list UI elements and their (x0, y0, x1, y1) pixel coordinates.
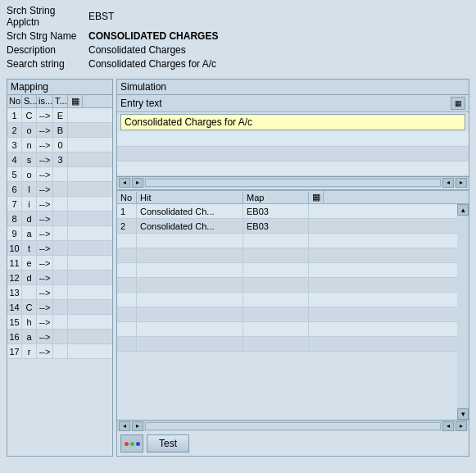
results-scroll-track[interactable] (457, 216, 469, 408)
results-col-icon[interactable]: ▦ (309, 191, 324, 203)
mapping-cell-no: 15 (7, 315, 22, 329)
mapping-row[interactable]: 16 a --> (7, 330, 112, 344)
results-scroll-right[interactable]: ▸ (132, 421, 143, 431)
results-vert-scrollbar[interactable]: ▴ ▾ (457, 204, 469, 420)
sim-grid-icon[interactable]: ▦ (451, 97, 465, 110)
sim-entry-scroll-left2[interactable]: ◂ (442, 178, 454, 188)
sim-entry-horiz-scroll: ◂ ▸ ◂ ▸ (117, 176, 469, 188)
mapping-cell-t: 3 (53, 152, 68, 166)
mapping-cell-is: --> (37, 241, 53, 255)
mapping-cell-is: --> (37, 300, 53, 314)
main-area: Mapping No S... is... T... ▦ 1 C --> E 2… (0, 75, 476, 460)
mapping-row[interactable]: 4 s --> 3 (7, 152, 112, 167)
results-scroll-up[interactable]: ▴ (457, 204, 469, 216)
mapping-cell-is: --> (37, 182, 53, 196)
mapping-cell-s: a (22, 330, 37, 343)
mapping-row[interactable]: 12 d --> (7, 271, 112, 285)
results-container: 1 Consolidated Ch... EB03 2 Consolidated… (117, 204, 469, 431)
results-scroll-track-h[interactable] (145, 422, 441, 430)
results-row[interactable] (117, 307, 469, 322)
results-cell-hit: Consolidated Ch... (137, 204, 243, 218)
results-row[interactable] (117, 278, 469, 293)
mapping-table: No S... is... T... ▦ 1 C --> E 2 o --> B… (7, 95, 112, 456)
results-cell-hit (137, 248, 243, 262)
results-cell-no (117, 307, 137, 321)
mapping-row[interactable]: 14 C --> (7, 300, 112, 315)
sim-entry-rows (117, 132, 469, 176)
results-row[interactable]: 1 Consolidated Ch... EB03 (117, 204, 469, 219)
mapping-row[interactable]: 10 t --> (7, 241, 112, 256)
mapping-cell-s: s (22, 152, 37, 166)
mapping-row[interactable]: 8 d --> (7, 211, 112, 226)
mapping-cell-s: a (22, 226, 37, 240)
mapping-row[interactable]: 3 n --> 0 (7, 138, 112, 152)
results-cell-no: 1 (117, 204, 137, 218)
results-cell-hit (137, 322, 243, 336)
results-cell-map (243, 278, 309, 292)
mapping-row[interactable]: 11 e --> (7, 256, 112, 271)
results-cell-no (117, 248, 137, 262)
mapping-header: No S... is... T... ▦ (7, 95, 112, 108)
simulation-panel: Simulation Entry text ▦ ◂ ▸ ◂ ▸ (116, 79, 469, 457)
mapping-row[interactable]: 17 r --> (7, 344, 112, 359)
results-cell-no (117, 337, 137, 351)
results-row[interactable] (117, 263, 469, 278)
mapping-row[interactable]: 13 --> (7, 285, 112, 300)
mapping-cell-is: --> (37, 315, 53, 329)
results-row[interactable] (117, 322, 469, 337)
mapping-title: Mapping (7, 80, 112, 95)
mapping-cell-is: --> (37, 197, 53, 211)
mapping-cell-no: 2 (7, 123, 22, 137)
mapping-col-icon[interactable]: ▦ (68, 95, 83, 107)
results-cell-map (243, 307, 309, 321)
mapping-rows: 1 C --> E 2 o --> B 3 n --> 0 4 s --> 3 … (7, 108, 112, 453)
field-row-applctn: Srch String Applctn EBST (7, 5, 469, 28)
mapping-row[interactable]: 15 h --> (7, 315, 112, 330)
mapping-cell-t (53, 315, 68, 329)
mapping-cell-t: E (53, 108, 68, 122)
results-col-hit: Hit (137, 192, 243, 203)
mapping-row[interactable]: 9 a --> (7, 226, 112, 241)
mapping-cell-is: --> (37, 256, 53, 270)
results-cell-hit: Consolidated Ch... (137, 219, 243, 233)
mapping-row[interactable]: 1 C --> E (7, 108, 112, 123)
mapping-cell-t (53, 330, 68, 343)
mapping-row[interactable]: 6 l --> (7, 182, 112, 197)
mapping-cell-no: 4 (7, 152, 22, 166)
sim-entry-scroll-left[interactable]: ◂ (119, 178, 130, 188)
results-scroll-right2[interactable]: ▸ (456, 421, 467, 431)
results-row[interactable] (117, 337, 469, 352)
mapping-col-t: T... (53, 95, 68, 107)
sim-entry-scroll-track[interactable] (145, 179, 441, 187)
sim-entry-scroll-right[interactable]: ▸ (132, 178, 143, 188)
results-cell-hit (137, 263, 243, 277)
results-cell-map: EB03 (243, 204, 309, 218)
mapping-cell-is: --> (37, 167, 53, 181)
results-cell-hit (137, 293, 243, 307)
sim-entry-input[interactable] (120, 114, 465, 130)
results-scroll-left[interactable]: ◂ (119, 421, 130, 431)
results-scroll-left2[interactable]: ◂ (442, 421, 454, 431)
dot-blue (136, 442, 140, 446)
results-row[interactable] (117, 234, 469, 248)
test-button[interactable]: Test (147, 434, 189, 453)
results-row[interactable]: 2 Consolidated Ch... EB03 (117, 219, 469, 234)
mapping-cell-no: 17 (7, 344, 22, 358)
mapping-row[interactable]: 5 o --> (7, 167, 112, 182)
sim-entry-scroll-right2[interactable]: ▸ (456, 178, 467, 188)
mapping-cell-s: t (22, 241, 37, 255)
sim-entry-section: Entry text ▦ ◂ ▸ ◂ ▸ (117, 95, 469, 190)
mapping-cell-s: n (22, 138, 37, 152)
results-row[interactable] (117, 248, 469, 263)
simulation-title: Simulation (117, 80, 469, 95)
results-row[interactable] (117, 293, 469, 307)
mapping-cell-no: 6 (7, 182, 22, 196)
results-scroll-down[interactable]: ▾ (457, 408, 469, 420)
mapping-row[interactable]: 2 o --> B (7, 123, 112, 138)
mapping-cell-t: 0 (53, 138, 68, 152)
mapping-cell-is: --> (37, 108, 53, 122)
value-description: Consolidated Charges (88, 44, 186, 56)
mapping-cell-t (53, 256, 68, 270)
mapping-row[interactable]: 7 i --> (7, 197, 112, 211)
results-cell-no (117, 293, 137, 307)
